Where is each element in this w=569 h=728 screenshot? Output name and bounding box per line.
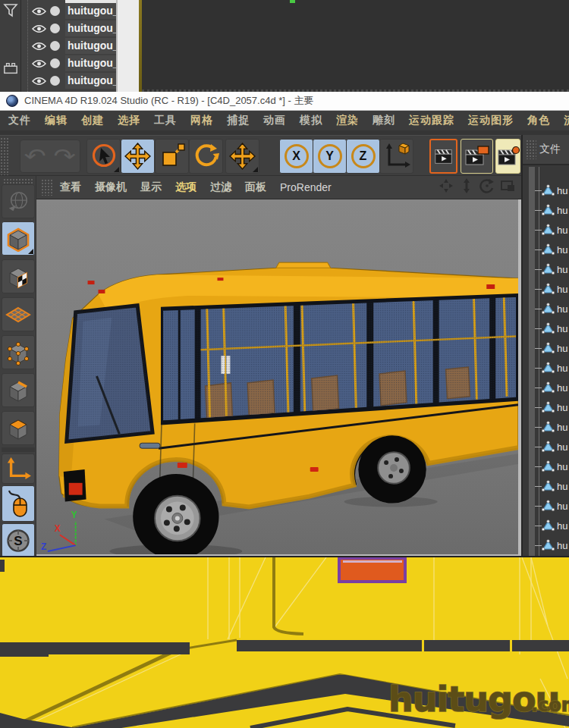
- scale-tool-button[interactable]: [155, 139, 189, 174]
- object-list-item[interactable]: hu: [523, 417, 569, 437]
- texture-mode-button[interactable]: [2, 259, 35, 293]
- eye-visibility-icon[interactable]: [32, 7, 46, 16]
- eye-visibility-icon[interactable]: [32, 24, 46, 33]
- viewport-menu-item[interactable]: 过滤: [203, 180, 238, 194]
- palette-grip-handle[interactable]: [3, 178, 33, 184]
- render-toggle-dot[interactable]: [50, 41, 60, 51]
- object-list-item[interactable]: hu: [523, 358, 569, 378]
- undo-icon[interactable]: ↶: [24, 146, 46, 167]
- menu-item[interactable]: 模拟: [293, 114, 329, 127]
- move-tool-button[interactable]: [121, 139, 155, 174]
- viewport-menu-item[interactable]: ProRender: [273, 181, 338, 193]
- tree-branch-tick: [535, 269, 542, 270]
- panel-grip-handle[interactable]: [526, 140, 536, 159]
- pan-view-icon[interactable]: [439, 178, 454, 193]
- object-list-item[interactable]: hu: [523, 259, 569, 279]
- object-name: hu: [557, 205, 567, 216]
- object-list-item[interactable]: hu: [523, 397, 569, 417]
- object-manager-file-menu[interactable]: 文件: [539, 143, 561, 156]
- eye-visibility-icon[interactable]: [32, 77, 46, 86]
- eye-visibility-icon[interactable]: [32, 42, 46, 51]
- render-toggle-dot[interactable]: [50, 58, 60, 68]
- viewport-menu-item[interactable]: 面板: [238, 180, 273, 194]
- menu-item[interactable]: 工具: [147, 114, 184, 127]
- last-used-tool-button[interactable]: [225, 139, 259, 174]
- layer-row[interactable]: huitugou_: [21, 3, 117, 19]
- menu-item[interactable]: 流水线: [557, 114, 569, 127]
- render-toggle-dot[interactable]: [50, 76, 60, 86]
- object-list-item[interactable]: hu: [523, 299, 569, 318]
- layer-row[interactable]: huitugou_: [21, 73, 117, 89]
- x-axis-lock-button[interactable]: X: [279, 139, 313, 174]
- coordinate-system-button[interactable]: [379, 139, 413, 174]
- enable-axis-button[interactable]: [2, 453, 35, 484]
- object-list-item[interactable]: hu: [523, 240, 569, 259]
- object-list-item[interactable]: hu: [523, 476, 569, 496]
- menu-item[interactable]: 运动跟踪: [402, 114, 461, 127]
- layer-row[interactable]: huitugou_: [21, 20, 117, 36]
- polygons-mode-button[interactable]: [2, 411, 35, 445]
- render-picture-viewer-button[interactable]: [461, 139, 493, 174]
- object-list-item[interactable]: hu: [523, 516, 569, 535]
- menu-item[interactable]: 雕刻: [366, 114, 402, 127]
- live-selection-button[interactable]: [86, 139, 121, 174]
- eye-visibility-icon[interactable]: [32, 59, 46, 68]
- points-mode-button[interactable]: [2, 335, 35, 369]
- menu-item[interactable]: 渲染: [329, 114, 366, 127]
- layer-row[interactable]: huitugou_: [21, 55, 117, 71]
- zoom-view-icon[interactable]: [459, 178, 474, 193]
- selected-uv-face[interactable]: [339, 558, 405, 582]
- menu-item[interactable]: 运动图形: [461, 114, 520, 127]
- rotate-tool-button[interactable]: [189, 139, 223, 174]
- menu-item[interactable]: 文件: [2, 114, 38, 127]
- viewport-canvas[interactable]: Y X Z: [36, 199, 518, 554]
- edges-mode-button[interactable]: [2, 373, 35, 407]
- object-list-item[interactable]: hu: [523, 180, 569, 200]
- viewport-grip-handle[interactable]: [41, 179, 53, 196]
- object-name: hu: [557, 224, 567, 236]
- menu-item[interactable]: 捕捉: [220, 114, 256, 127]
- render-view-button[interactable]: [429, 139, 457, 174]
- layer-panel-scrollbar[interactable]: [116, 0, 139, 92]
- menu-item[interactable]: 网格: [184, 114, 220, 127]
- menu-item[interactable]: 编辑: [38, 114, 74, 127]
- model-mode-button[interactable]: [2, 221, 35, 256]
- tweak-mode-button[interactable]: [2, 485, 35, 522]
- menu-item[interactable]: 动画: [256, 114, 293, 127]
- z-axis-lock-button[interactable]: Z: [346, 139, 380, 174]
- object-list-item[interactable]: hu: [523, 437, 569, 457]
- layer-row[interactable]: huitugou_: [21, 38, 117, 54]
- menu-item[interactable]: 角色: [520, 114, 557, 127]
- workplane-mode-button[interactable]: [2, 297, 35, 331]
- snap-mode-button[interactable]: S: [2, 523, 35, 557]
- rotate-view-icon[interactable]: [479, 178, 495, 193]
- texture-uv-view[interactable]: huitugou .com: [0, 557, 569, 728]
- toggle-layout-icon[interactable]: [500, 178, 515, 193]
- viewport-menu-item[interactable]: 显示: [134, 180, 168, 194]
- polygon-object-icon: [542, 224, 555, 236]
- render-toggle-dot[interactable]: [50, 6, 60, 16]
- object-list-item[interactable]: hu: [523, 535, 569, 555]
- viewport-menu-item[interactable]: 摄像机: [88, 180, 134, 194]
- make-editable-button[interactable]: [2, 184, 35, 218]
- layer-brick-icon[interactable]: [3, 61, 18, 76]
- window-title-bar[interactable]: CINEMA 4D R19.024 Studio (RC - R19) - [C…: [0, 92, 569, 111]
- object-list-item[interactable]: hu: [523, 378, 569, 397]
- toolbar-grip-handle[interactable]: [0, 137, 9, 175]
- y-axis-lock-button[interactable]: Y: [313, 139, 347, 174]
- object-list-item[interactable]: hu: [523, 200, 569, 220]
- object-list-item[interactable]: hu: [523, 496, 569, 516]
- object-list-item[interactable]: hu: [523, 457, 569, 476]
- filter-funnel-icon[interactable]: [3, 3, 18, 18]
- render-toggle-dot[interactable]: [50, 24, 60, 33]
- object-list-item[interactable]: hu: [523, 318, 569, 338]
- object-list-item[interactable]: hu: [523, 220, 569, 240]
- redo-icon[interactable]: ↷: [54, 146, 76, 167]
- object-list-item[interactable]: hu: [523, 338, 569, 358]
- render-settings-button[interactable]: [495, 139, 520, 174]
- menu-item[interactable]: 创建: [74, 114, 111, 127]
- viewport-menu-item[interactable]: 选项: [168, 180, 203, 194]
- viewport-menu-item[interactable]: 查看: [53, 180, 88, 194]
- object-list-item[interactable]: hu: [523, 279, 569, 299]
- menu-item[interactable]: 选择: [111, 114, 147, 127]
